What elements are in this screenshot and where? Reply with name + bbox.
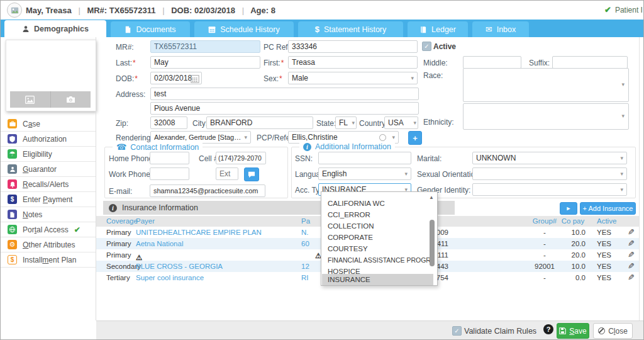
dropdown-option[interactable]: CCI_ERROR bbox=[322, 209, 433, 220]
tab-demographics[interactable]: Demographics bbox=[4, 20, 106, 37]
gender-identity-select[interactable]: ▾ bbox=[472, 183, 627, 196]
language-select[interactable]: English▾ bbox=[318, 167, 411, 180]
policy-link[interactable]: 12 bbox=[301, 263, 309, 270]
photo-icon bbox=[11, 6, 19, 14]
add-insurance-button[interactable]: + Add Insurance bbox=[580, 202, 636, 215]
close-button[interactable]: Close bbox=[593, 323, 633, 339]
calendar-picker-icon[interactable] bbox=[191, 74, 199, 83]
tab-statement-history[interactable]: $ Statement History bbox=[298, 21, 403, 37]
sidebar-item-enter-payment[interactable]: $ Enter Payment bbox=[1, 192, 96, 207]
validate-claim-rules-checkbox[interactable]: ✓ bbox=[452, 326, 462, 336]
dropdown-option[interactable]: COURTESY bbox=[322, 243, 433, 254]
tab-inbox[interactable]: ✉ Inbox bbox=[472, 21, 529, 37]
address-line2-input[interactable] bbox=[150, 102, 419, 115]
zip-input[interactable] bbox=[150, 116, 187, 129]
edit-icon[interactable]: ✎ bbox=[628, 273, 635, 282]
dropdown-option[interactable]: CALIFORNIA WC bbox=[322, 198, 433, 209]
dropdown-option[interactable]: CORPORATE bbox=[322, 232, 433, 243]
sidebar-item-authorization[interactable]: Authorization bbox=[1, 132, 96, 147]
dropdown-option-selected[interactable]: INSURANCE bbox=[322, 274, 433, 285]
payer-link[interactable]: UNITEDHEALTHCARE EMPIRE PLAN bbox=[136, 229, 262, 236]
sex-label: Sex:* bbox=[264, 74, 282, 83]
payer-link[interactable]: BLUE CROSS - GEORGIA bbox=[136, 263, 223, 270]
upload-photo-button[interactable] bbox=[10, 91, 50, 108]
info-icon: i bbox=[109, 204, 117, 212]
take-photo-button[interactable] bbox=[50, 91, 91, 108]
sexual-orientation-select[interactable]: ▾ bbox=[472, 167, 627, 180]
save-button[interactable]: Save bbox=[557, 323, 589, 339]
ethnicity-multiselect[interactable]: ▾ bbox=[463, 103, 629, 130]
clear-circle-icon[interactable] bbox=[379, 134, 386, 141]
patient-name: May, Treasa bbox=[26, 6, 72, 15]
suffix-input[interactable] bbox=[552, 56, 628, 69]
dropdown-scrollbar[interactable]: ▲ bbox=[428, 193, 436, 284]
dob-input[interactable]: 02/03/2018 bbox=[150, 72, 202, 84]
chevron-down-icon: ▾ bbox=[389, 134, 395, 140]
home-phone-input[interactable] bbox=[150, 152, 189, 164]
cancel-circle-icon bbox=[598, 327, 605, 334]
cell-input[interactable] bbox=[216, 152, 266, 164]
sidebar-item-other-attributes[interactable]: ⚙ Other Attributes bbox=[1, 237, 96, 252]
tab-documents[interactable]: Documents bbox=[111, 21, 190, 37]
col-group[interactable]: Group# bbox=[529, 217, 560, 225]
state-select[interactable]: FL▾ bbox=[335, 116, 357, 129]
first-name-input[interactable] bbox=[288, 56, 418, 69]
expand-insurance-button[interactable]: ► bbox=[560, 202, 577, 215]
policy-link[interactable]: N. bbox=[301, 229, 309, 236]
sms-button[interactable] bbox=[244, 167, 259, 181]
dropdown-option[interactable]: COLLECTION bbox=[322, 220, 433, 232]
sex-select[interactable]: Male ▾ bbox=[288, 72, 418, 84]
edit-icon[interactable]: ✎ bbox=[628, 261, 635, 271]
ext-input[interactable] bbox=[216, 167, 238, 180]
rendering-provider-select[interactable]: Alexander, Gertrude [Stage QA] ▾ bbox=[150, 131, 251, 144]
marital-select[interactable]: UNKNOWN▾ bbox=[472, 152, 627, 164]
additional-information-title: i Additional Information bbox=[299, 142, 395, 151]
col-coverage[interactable]: Coverage bbox=[106, 217, 138, 225]
payer-link[interactable]: Aetna National bbox=[136, 240, 183, 247]
race-multiselect[interactable]: ▾ bbox=[463, 68, 629, 102]
chevron-down-icon: ▾ bbox=[618, 186, 623, 193]
help-icon[interactable]: ? bbox=[543, 324, 553, 334]
tab-schedule-history[interactable]: Schedule History bbox=[194, 21, 294, 37]
sidebar-item-guarantor[interactable]: Guarantor bbox=[1, 162, 96, 177]
sidebar-item-notes[interactable]: Notes bbox=[1, 207, 96, 222]
work-phone-input[interactable] bbox=[150, 167, 189, 180]
sidebar-item-installment-plan[interactable]: $ Installment Plan bbox=[1, 252, 96, 268]
dollar-icon: $ bbox=[8, 195, 17, 204]
chevron-down-icon: ▾ bbox=[618, 155, 623, 161]
scrollbar-thumb[interactable] bbox=[430, 220, 435, 266]
last-name-input[interactable] bbox=[150, 56, 260, 69]
middle-name-input[interactable] bbox=[463, 56, 521, 69]
active-label: Active bbox=[433, 42, 456, 51]
mr-input[interactable] bbox=[150, 40, 260, 53]
sidebar-item-label: Recalls/Alerts bbox=[23, 180, 69, 189]
edit-icon[interactable]: ✎ bbox=[628, 250, 635, 259]
country-select[interactable]: USA▾ bbox=[384, 116, 418, 129]
sidebar-item-eligibility[interactable]: ☂ Eligibility bbox=[1, 147, 96, 162]
col-active[interactable]: Active bbox=[597, 217, 616, 225]
col-policy[interactable]: Pa bbox=[301, 217, 310, 225]
scroll-up-icon[interactable]: ▲ bbox=[429, 195, 434, 200]
sidebar-item-portal-access[interactable]: Portal Access ✔ bbox=[1, 222, 96, 237]
pcref-input[interactable] bbox=[288, 40, 418, 53]
tab-ledger[interactable]: Ledger bbox=[408, 21, 468, 37]
sidebar-item-recalls-alerts[interactable]: Recalls/Alerts bbox=[1, 177, 96, 192]
email-input[interactable] bbox=[150, 184, 265, 197]
col-payer[interactable]: Payer bbox=[136, 217, 155, 225]
add-provider-button[interactable]: + bbox=[408, 131, 422, 145]
policy-link[interactable]: RI bbox=[301, 274, 309, 281]
edit-icon[interactable]: ✎ bbox=[628, 239, 635, 248]
col-copay[interactable]: Co pay bbox=[560, 217, 586, 225]
payer-link[interactable]: Super cool insurance bbox=[136, 274, 204, 281]
active-checkbox[interactable]: ✓ bbox=[422, 42, 431, 51]
address-line1-input[interactable] bbox=[150, 88, 419, 100]
pcp-referring-input[interactable]: Ellis,Christine ▾ bbox=[288, 131, 399, 144]
city-input[interactable] bbox=[206, 116, 313, 129]
policy-link[interactable]: 60 bbox=[301, 240, 309, 247]
sidebar-item-label: Other Attributes bbox=[23, 241, 75, 249]
group-cell: 92001 bbox=[529, 263, 560, 270]
ssn-input[interactable] bbox=[318, 152, 411, 164]
dropdown-option[interactable]: FINANCIAL ASSISTANCE PROGRAM bbox=[322, 254, 433, 266]
edit-icon[interactable]: ✎ bbox=[628, 227, 635, 237]
sidebar-item-case[interactable]: Case bbox=[1, 116, 96, 132]
